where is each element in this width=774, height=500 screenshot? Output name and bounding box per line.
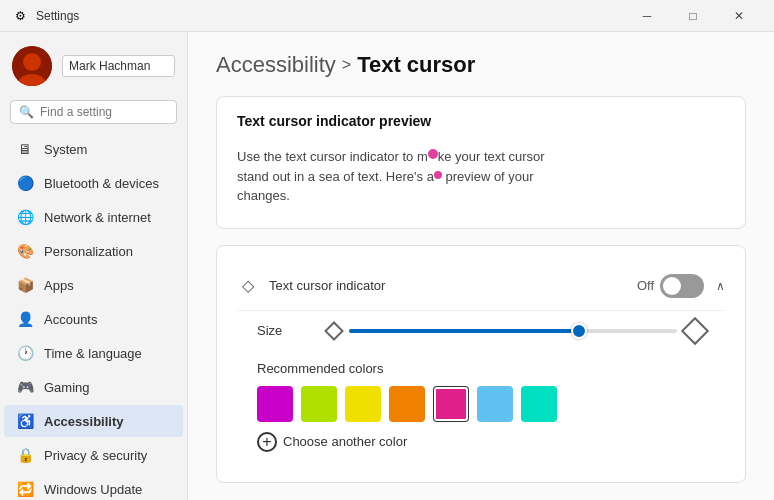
maximize-button[interactable]: □ xyxy=(670,0,716,32)
gaming-icon: 🎮 xyxy=(16,378,34,396)
title-bar: ⚙ Settings ─ □ ✕ xyxy=(0,0,774,32)
sidebar-item-label: Apps xyxy=(44,278,74,293)
privacy-icon: 🔒 xyxy=(16,446,34,464)
cursor-indicator-icon: ◇ xyxy=(237,276,259,295)
title-bar-title: Settings xyxy=(36,9,616,23)
sidebar-item-network[interactable]: 🌐 Network & internet xyxy=(4,201,183,233)
size-label: Size xyxy=(257,323,317,338)
color-swatch-1[interactable] xyxy=(301,386,337,422)
color-swatch-3[interactable] xyxy=(389,386,425,422)
app-body: Mark Hachman 🔍 🖥 System 🔵 Bluetooth & de… xyxy=(0,32,774,500)
sidebar-item-label: Network & internet xyxy=(44,210,151,225)
sidebar-item-label: Gaming xyxy=(44,380,90,395)
sidebar-item-time[interactable]: 🕐 Time & language xyxy=(4,337,183,369)
sidebar-item-system[interactable]: 🖥 System xyxy=(4,133,183,165)
sidebar: Mark Hachman 🔍 🖥 System 🔵 Bluetooth & de… xyxy=(0,32,188,500)
minimize-button[interactable]: ─ xyxy=(624,0,670,32)
sidebar-item-apps[interactable]: 📦 Apps xyxy=(4,269,183,301)
svg-point-1 xyxy=(23,53,41,71)
page-title: Text cursor xyxy=(357,52,475,78)
cursor-indicator-label: Text cursor indicator xyxy=(269,278,627,293)
toggle-group: Off ∧ xyxy=(637,274,725,298)
preview-area: Use the text cursor indicator to mke you… xyxy=(237,137,725,212)
sidebar-item-accounts[interactable]: 👤 Accounts xyxy=(4,303,183,335)
choose-another-color-button[interactable]: + Choose another color xyxy=(257,432,705,452)
personalization-icon: 🎨 xyxy=(16,242,34,260)
main-content: Accessibility > Text cursor Text cursor … xyxy=(188,32,774,500)
colors-label: Recommended colors xyxy=(257,361,705,376)
cursor-indicator-row: ◇ Text cursor indicator Off ∧ xyxy=(237,262,725,311)
sidebar-item-label: Time & language xyxy=(44,346,142,361)
breadcrumb-parent[interactable]: Accessibility xyxy=(216,52,336,78)
slider-fill xyxy=(349,329,579,333)
size-slider-area xyxy=(327,321,705,341)
size-slider-track[interactable] xyxy=(349,329,677,333)
color-swatch-0[interactable] xyxy=(257,386,293,422)
sidebar-item-label: Accounts xyxy=(44,312,97,327)
sidebar-item-label: Privacy & security xyxy=(44,448,147,463)
indicator-setting-card: ◇ Text cursor indicator Off ∧ Size xyxy=(216,245,746,483)
search-box[interactable]: 🔍 xyxy=(10,100,177,124)
colors-section: Recommended colors + Choose another colo… xyxy=(237,351,725,466)
windows-update-icon: 🔁 xyxy=(16,480,34,498)
apps-icon: 📦 xyxy=(16,276,34,294)
cursor-indicator-dot xyxy=(428,149,438,159)
sidebar-item-windows-update[interactable]: 🔁 Windows Update xyxy=(4,473,183,500)
size-row: Size xyxy=(237,311,725,351)
color-swatch-5[interactable] xyxy=(477,386,513,422)
breadcrumb: Accessibility > Text cursor xyxy=(216,52,746,78)
bluetooth-icon: 🔵 xyxy=(16,174,34,192)
title-bar-controls: ─ □ ✕ xyxy=(624,0,762,32)
avatar[interactable] xyxy=(12,46,52,86)
slider-min-icon xyxy=(324,321,344,341)
color-swatch-2[interactable] xyxy=(345,386,381,422)
sidebar-item-label: Personalization xyxy=(44,244,133,259)
indicator-preview-card: Text cursor indicator preview Use the te… xyxy=(216,96,746,229)
sidebar-item-personalization[interactable]: 🎨 Personalization xyxy=(4,235,183,267)
breadcrumb-separator: > xyxy=(342,56,351,74)
cursor-indicator-toggle[interactable] xyxy=(660,274,704,298)
network-icon: 🌐 xyxy=(16,208,34,226)
expand-icon[interactable]: ∧ xyxy=(716,279,725,293)
sidebar-item-label: Bluetooth & devices xyxy=(44,176,159,191)
sidebar-item-label: System xyxy=(44,142,87,157)
time-icon: 🕐 xyxy=(16,344,34,362)
toggle-state-text: Off xyxy=(637,278,654,293)
slider-thumb[interactable] xyxy=(571,323,587,339)
system-icon: 🖥 xyxy=(16,140,34,158)
settings-app-icon: ⚙ xyxy=(12,8,28,24)
search-input[interactable] xyxy=(40,105,188,119)
swatches-row xyxy=(257,386,705,422)
choose-another-color-label: Choose another color xyxy=(283,434,407,449)
sidebar-item-gaming[interactable]: 🎮 Gaming xyxy=(4,371,183,403)
color-swatch-4[interactable] xyxy=(433,386,469,422)
slider-max-icon xyxy=(681,316,709,344)
sidebar-item-accessibility[interactable]: ♿ Accessibility xyxy=(4,405,183,437)
close-button[interactable]: ✕ xyxy=(716,0,762,32)
plus-icon: + xyxy=(257,432,277,452)
accessibility-icon: ♿ xyxy=(16,412,34,430)
search-icon: 🔍 xyxy=(19,105,34,119)
preview-title: Text cursor indicator preview xyxy=(237,113,725,129)
accounts-icon: 👤 xyxy=(16,310,34,328)
color-swatch-6[interactable] xyxy=(521,386,557,422)
preview-desc: Use the text cursor indicator to m xyxy=(237,149,428,164)
user-name: Mark Hachman xyxy=(62,55,175,77)
sidebar-item-bluetooth[interactable]: 🔵 Bluetooth & devices xyxy=(4,167,183,199)
user-section: Mark Hachman xyxy=(0,32,187,96)
toggle-knob xyxy=(663,277,681,295)
cursor-indicator-dot-2 xyxy=(434,171,442,179)
sidebar-item-label: Accessibility xyxy=(44,414,124,429)
sidebar-item-label: Windows Update xyxy=(44,482,142,497)
sidebar-item-privacy[interactable]: 🔒 Privacy & security xyxy=(4,439,183,471)
